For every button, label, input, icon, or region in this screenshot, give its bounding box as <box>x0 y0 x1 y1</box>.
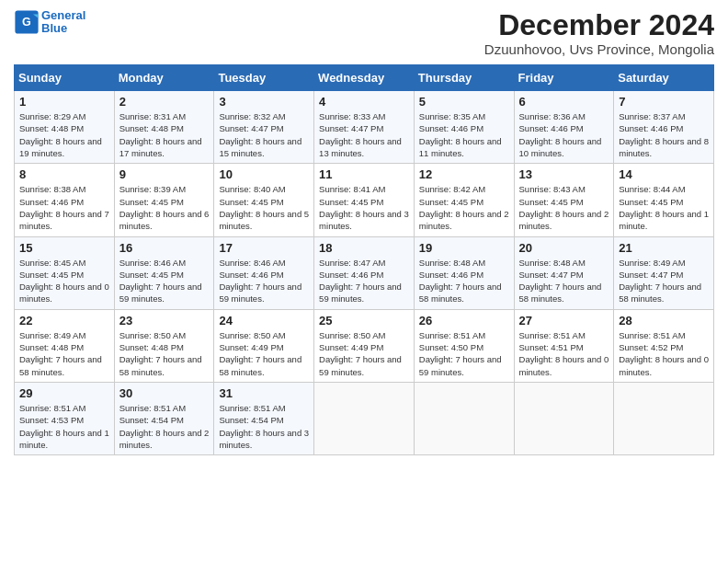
calendar-cell: 9Sunrise: 8:39 AMSunset: 4:45 PMDaylight… <box>114 164 214 236</box>
calendar-cell: 30Sunrise: 8:51 AMSunset: 4:54 PMDayligh… <box>114 382 214 454</box>
day-number: 23 <box>119 314 210 327</box>
week-row-3: 15Sunrise: 8:45 AMSunset: 4:45 PMDayligh… <box>15 236 714 309</box>
calendar-cell: 28Sunrise: 8:51 AMSunset: 4:52 PMDayligh… <box>614 309 714 382</box>
calendar-cell: 2Sunrise: 8:31 AMSunset: 4:48 PMDaylight… <box>114 91 214 164</box>
day-number: 9 <box>119 167 210 181</box>
logo-icon: G <box>14 9 40 35</box>
day-info: Sunrise: 8:45 AMSunset: 4:45 PMDaylight:… <box>19 257 109 305</box>
day-number: 1 <box>19 95 109 109</box>
calendar-cell: 8Sunrise: 8:38 AMSunset: 4:46 PMDaylight… <box>15 164 115 236</box>
calendar-cell: 31Sunrise: 8:51 AMSunset: 4:54 PMDayligh… <box>214 382 314 454</box>
day-info: Sunrise: 8:35 AMSunset: 4:46 PMDaylight:… <box>419 110 509 159</box>
day-info: Sunrise: 8:51 AMSunset: 4:50 PMDaylight:… <box>419 329 509 378</box>
week-row-2: 8Sunrise: 8:38 AMSunset: 4:46 PMDaylight… <box>15 164 714 236</box>
logo-text: General Blue <box>41 9 85 36</box>
day-info: Sunrise: 8:43 AMSunset: 4:45 PMDaylight:… <box>519 183 609 232</box>
calendar-cell: 10Sunrise: 8:40 AMSunset: 4:45 PMDayligh… <box>214 164 314 236</box>
header-wednesday: Wednesday <box>314 65 415 91</box>
day-info: Sunrise: 8:40 AMSunset: 4:45 PMDaylight:… <box>219 183 309 232</box>
day-number: 20 <box>519 241 609 255</box>
calendar-cell: 19Sunrise: 8:48 AMSunset: 4:46 PMDayligh… <box>414 236 514 309</box>
calendar-cell: 4Sunrise: 8:33 AMSunset: 4:47 PMDaylight… <box>314 91 415 164</box>
calendar-cell: 23Sunrise: 8:50 AMSunset: 4:48 PMDayligh… <box>114 309 214 382</box>
day-number: 15 <box>19 241 109 255</box>
day-info: Sunrise: 8:51 AMSunset: 4:54 PMDaylight:… <box>219 402 309 451</box>
day-number: 12 <box>419 167 509 181</box>
day-info: Sunrise: 8:46 AMSunset: 4:45 PMDaylight:… <box>119 257 210 305</box>
day-number: 4 <box>319 95 409 109</box>
page-header: G General Blue December 2024 Dzuunhovoo,… <box>14 9 714 57</box>
day-info: Sunrise: 8:37 AMSunset: 4:46 PMDaylight:… <box>619 110 709 159</box>
day-number: 8 <box>19 167 109 181</box>
calendar-cell: 13Sunrise: 8:43 AMSunset: 4:45 PMDayligh… <box>514 164 614 236</box>
calendar-cell: 20Sunrise: 8:48 AMSunset: 4:47 PMDayligh… <box>514 236 614 309</box>
calendar-cell <box>414 382 514 454</box>
day-number: 24 <box>219 314 309 327</box>
header-monday: Monday <box>114 65 214 91</box>
day-number: 21 <box>619 241 709 255</box>
day-number: 22 <box>19 314 109 327</box>
calendar-cell <box>614 382 714 454</box>
calendar-cell: 3Sunrise: 8:32 AMSunset: 4:47 PMDaylight… <box>214 91 314 164</box>
calendar-cell: 16Sunrise: 8:46 AMSunset: 4:45 PMDayligh… <box>114 236 214 309</box>
day-number: 17 <box>219 241 309 255</box>
day-info: Sunrise: 8:46 AMSunset: 4:46 PMDaylight:… <box>219 257 309 305</box>
day-number: 27 <box>519 314 609 327</box>
day-info: Sunrise: 8:49 AMSunset: 4:47 PMDaylight:… <box>619 257 709 305</box>
day-info: Sunrise: 8:51 AMSunset: 4:53 PMDaylight:… <box>19 402 109 451</box>
day-info: Sunrise: 8:51 AMSunset: 4:52 PMDaylight:… <box>619 329 709 378</box>
week-row-1: 1Sunrise: 8:29 AMSunset: 4:48 PMDaylight… <box>15 91 714 164</box>
day-info: Sunrise: 8:29 AMSunset: 4:48 PMDaylight:… <box>19 110 109 159</box>
header-saturday: Saturday <box>614 65 714 91</box>
day-number: 5 <box>419 95 509 109</box>
day-number: 7 <box>619 95 709 109</box>
week-row-4: 22Sunrise: 8:49 AMSunset: 4:48 PMDayligh… <box>15 309 714 382</box>
day-number: 29 <box>19 386 109 400</box>
calendar-cell: 12Sunrise: 8:42 AMSunset: 4:45 PMDayligh… <box>414 164 514 236</box>
day-number: 19 <box>419 241 509 255</box>
calendar-cell: 18Sunrise: 8:47 AMSunset: 4:46 PMDayligh… <box>314 236 415 309</box>
header-friday: Friday <box>514 65 614 91</box>
calendar-cell: 22Sunrise: 8:49 AMSunset: 4:48 PMDayligh… <box>15 309 115 382</box>
calendar-header-row: SundayMondayTuesdayWednesdayThursdayFrid… <box>15 65 714 91</box>
page-title: December 2024 <box>484 9 714 41</box>
calendar-cell: 11Sunrise: 8:41 AMSunset: 4:45 PMDayligh… <box>314 164 415 236</box>
calendar-cell: 29Sunrise: 8:51 AMSunset: 4:53 PMDayligh… <box>15 382 115 454</box>
calendar-cell: 26Sunrise: 8:51 AMSunset: 4:50 PMDayligh… <box>414 309 514 382</box>
header-thursday: Thursday <box>414 65 514 91</box>
day-info: Sunrise: 8:36 AMSunset: 4:46 PMDaylight:… <box>519 110 609 159</box>
day-number: 10 <box>219 167 309 181</box>
page-subtitle: Dzuunhovoo, Uvs Province, Mongolia <box>484 41 714 57</box>
calendar-cell: 5Sunrise: 8:35 AMSunset: 4:46 PMDaylight… <box>414 91 514 164</box>
calendar-table: SundayMondayTuesdayWednesdayThursdayFrid… <box>14 64 714 455</box>
day-info: Sunrise: 8:50 AMSunset: 4:48 PMDaylight:… <box>119 329 210 378</box>
day-info: Sunrise: 8:42 AMSunset: 4:45 PMDaylight:… <box>419 183 509 232</box>
day-info: Sunrise: 8:47 AMSunset: 4:46 PMDaylight:… <box>319 257 409 305</box>
title-area: December 2024 Dzuunhovoo, Uvs Province, … <box>484 9 714 57</box>
day-info: Sunrise: 8:51 AMSunset: 4:54 PMDaylight:… <box>119 402 210 451</box>
day-number: 18 <box>319 241 409 255</box>
day-info: Sunrise: 8:49 AMSunset: 4:48 PMDaylight:… <box>19 329 109 378</box>
day-info: Sunrise: 8:48 AMSunset: 4:46 PMDaylight:… <box>419 257 509 305</box>
day-info: Sunrise: 8:50 AMSunset: 4:49 PMDaylight:… <box>319 329 409 378</box>
day-number: 28 <box>619 314 709 327</box>
header-tuesday: Tuesday <box>214 65 314 91</box>
day-info: Sunrise: 8:38 AMSunset: 4:46 PMDaylight:… <box>19 183 109 232</box>
calendar-cell: 25Sunrise: 8:50 AMSunset: 4:49 PMDayligh… <box>314 309 415 382</box>
day-number: 31 <box>219 386 309 400</box>
calendar-cell: 17Sunrise: 8:46 AMSunset: 4:46 PMDayligh… <box>214 236 314 309</box>
day-number: 3 <box>219 95 309 109</box>
day-number: 25 <box>319 314 409 327</box>
calendar-cell: 24Sunrise: 8:50 AMSunset: 4:49 PMDayligh… <box>214 309 314 382</box>
calendar-cell: 15Sunrise: 8:45 AMSunset: 4:45 PMDayligh… <box>15 236 115 309</box>
calendar-cell: 7Sunrise: 8:37 AMSunset: 4:46 PMDaylight… <box>614 91 714 164</box>
calendar-cell: 14Sunrise: 8:44 AMSunset: 4:45 PMDayligh… <box>614 164 714 236</box>
calendar-cell: 1Sunrise: 8:29 AMSunset: 4:48 PMDaylight… <box>15 91 115 164</box>
day-info: Sunrise: 8:41 AMSunset: 4:45 PMDaylight:… <box>319 183 409 232</box>
day-number: 11 <box>319 167 409 181</box>
day-info: Sunrise: 8:51 AMSunset: 4:51 PMDaylight:… <box>519 329 609 378</box>
day-number: 6 <box>519 95 609 109</box>
week-row-5: 29Sunrise: 8:51 AMSunset: 4:53 PMDayligh… <box>15 382 714 454</box>
day-number: 14 <box>619 167 709 181</box>
calendar-cell: 21Sunrise: 8:49 AMSunset: 4:47 PMDayligh… <box>614 236 714 309</box>
